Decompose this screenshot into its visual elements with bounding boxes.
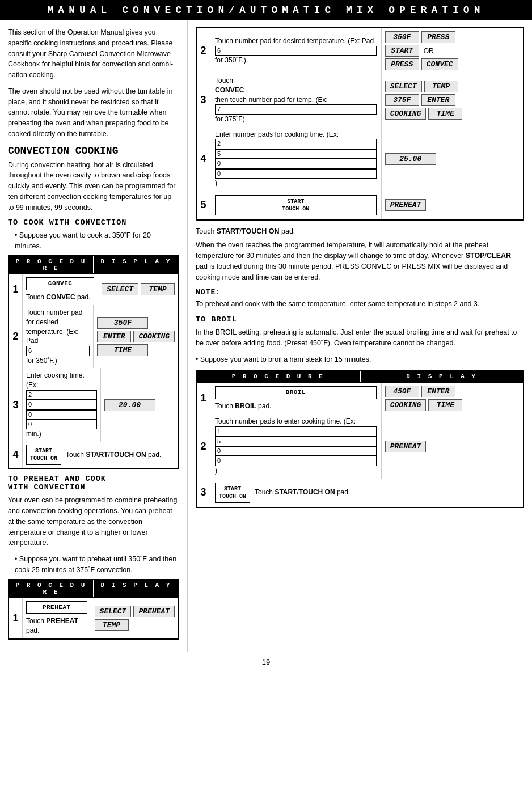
- 2000-display: 20.00: [104, 399, 155, 411]
- cooking-display: COOKING: [385, 108, 427, 120]
- step-number: 4: [197, 127, 210, 191]
- convection-cooking-title: CONVECTION COOKING: [8, 145, 179, 156]
- step-display: 20.00: [100, 368, 179, 442]
- step-number: 5: [197, 191, 210, 219]
- step-instruction: Enter number pads for cooking time. (Ex:…: [210, 127, 381, 191]
- preheat-cook-title: TO PREHEAT AND COOKWITH CONVECTION: [8, 475, 179, 492]
- step-number: 3: [197, 479, 210, 507]
- or-text: OR: [421, 46, 436, 56]
- step-number: 1: [197, 383, 210, 414]
- proc-header-procedure: P R O C E D U R E: [197, 371, 360, 382]
- table-row: 2 Touch number pads to enter cooking tim…: [196, 414, 523, 478]
- step-number: 3: [197, 73, 210, 127]
- convec-pad-button[interactable]: CONVEC: [26, 277, 94, 290]
- 350f-display: 350F: [385, 31, 419, 43]
- table-row: 1 CONVEC Touch CONVEC pad. SELECT TEMP: [9, 274, 179, 305]
- preheat-display: PREHEAT: [133, 606, 175, 617]
- proc-header-display: D I S P L A Y: [93, 580, 178, 597]
- broil-pad-button[interactable]: BROIL: [215, 386, 377, 399]
- left-column: This section of the Operation Manual giv…: [0, 20, 187, 652]
- proc-header-procedure: P R O C E D U R E: [9, 256, 93, 273]
- step-display: 350F ENTER COOKING TIME: [93, 305, 178, 368]
- step-number: 2: [197, 28, 210, 73]
- press2-display: PRESS: [385, 58, 419, 70]
- proc-header-procedure: P R O C E D U R E: [9, 580, 93, 597]
- 350f-display: 350F: [97, 317, 148, 329]
- preheat-para: Your oven can be programmed to combine p…: [8, 495, 179, 548]
- cooking-display: COOKING: [385, 399, 427, 411]
- temp-display: TEMP: [424, 81, 458, 92]
- table-row: 3 Enter cooking time.(Ex: 2000 min.) 20.…: [9, 368, 179, 442]
- start-touch-on-button[interactable]: STARTTOUCH ON: [26, 445, 61, 465]
- step-instruction: Touch number pad for desired temperature…: [210, 28, 381, 73]
- table-row: 1 PREHEAT Touch PREHEAT pad. SELECT PREH…: [9, 598, 179, 639]
- step-number: 3: [9, 368, 23, 442]
- cook-bullet: Suppose you want to cook at 350˚F for 20…: [8, 230, 179, 252]
- step-display: SELECT TEMP: [98, 274, 178, 305]
- step-instruction: Touch number pads to enter cooking time.…: [210, 414, 381, 478]
- table-row: 3 Touch CONVEC then touch number pad for…: [196, 73, 523, 127]
- step-number: 2: [197, 414, 210, 478]
- step-number: 1: [9, 598, 23, 638]
- broil-para: In the BROIL setting, preheating is auto…: [196, 327, 524, 349]
- select-display: SELECT: [385, 81, 422, 92]
- header-title: MANUAL CONVECTION/AUTOMATIC MIX OPERATIO…: [48, 5, 485, 16]
- step-instruction: Touch CONVEC then touch number pad for t…: [210, 73, 381, 127]
- step-number: 2: [9, 305, 23, 368]
- preheat-bullet: Suppose you want to preheat until 350˚F …: [8, 554, 179, 576]
- note-text: To preheat and cook with the same temper…: [196, 299, 524, 310]
- enter-display: ENTER: [421, 94, 455, 106]
- convection-para: During convection heating, hot air is ci…: [8, 160, 179, 213]
- step-instruction: Touch number pad for desired temperature…: [23, 305, 93, 368]
- preheat-procedure-table: P R O C E D U R E D I S P L A Y 1 PREHEA…: [8, 579, 179, 640]
- broil-procedure-table: P R O C E D U R E D I S P L A Y 1 BROIL …: [196, 370, 524, 507]
- start-touch-on-button[interactable]: STARTTOUCH ON: [215, 483, 250, 503]
- preheat-display: PREHEAT: [385, 441, 427, 452]
- preheat-explanation: When the oven reaches the programmed tem…: [196, 240, 524, 282]
- 375f-display: 375F: [385, 94, 419, 106]
- preheat-display: PREHEAT: [385, 199, 427, 211]
- enter-display: ENTER: [421, 386, 455, 397]
- table-row: 1 BROIL Touch BROIL pad. 450F ENTER COOK: [196, 383, 523, 414]
- step-display: 450F ENTER COOKING TIME: [381, 383, 523, 414]
- step-display: PREHEAT: [381, 191, 523, 219]
- intro-para-2: The oven should not be used without the …: [8, 86, 179, 139]
- page-number: 19: [0, 652, 532, 672]
- preheat-pad-button[interactable]: PREHEAT: [26, 601, 87, 614]
- step-instruction: STARTTOUCH ON: [210, 191, 381, 219]
- right-column: 2 Touch number pad for desired temperatu…: [187, 20, 532, 652]
- broil-title: TO BROIL: [196, 315, 524, 324]
- table-row: 5 STARTTOUCH ON PREHEAT: [196, 191, 523, 220]
- intro-para-1: This section of the Operation Manual giv…: [8, 27, 179, 81]
- time-display: TIME: [428, 399, 462, 411]
- step-instruction: Enter cooking time.(Ex: 2000 min.): [23, 368, 100, 442]
- select-display: SELECT: [95, 606, 132, 617]
- step-instruction: STARTTOUCH ON Touch START/TOUCH ON pad.: [210, 479, 523, 507]
- proc-header-display: D I S P L A Y: [93, 256, 178, 273]
- 2500-display: 25.00: [385, 153, 436, 165]
- start-touch-note: Touch START/TOUCH ON pad.: [196, 226, 524, 237]
- step-display: PREHEAT: [381, 414, 523, 478]
- step-number: 1: [9, 274, 23, 305]
- start-touch-on-button[interactable]: STARTTOUCH ON: [215, 195, 377, 215]
- note-title: NOTE:: [196, 288, 524, 297]
- time-display: TIME: [97, 344, 148, 356]
- cook-with-convection-title: TO COOK WITH CONVECTION: [8, 218, 179, 227]
- step-number: 4: [9, 442, 23, 468]
- table-row: 4 Enter number pads for cooking time. (E…: [196, 127, 523, 191]
- step-instruction: CONVEC Touch CONVEC pad.: [23, 274, 98, 305]
- temp-display: TEMP: [141, 283, 175, 295]
- step-instruction: BROIL Touch BROIL pad.: [210, 383, 381, 414]
- table-row: 3 STARTTOUCH ON Touch START/TOUCH ON pad…: [196, 479, 523, 507]
- cooking-display: COOKING: [133, 331, 175, 342]
- 450f-display: 450F: [385, 386, 419, 397]
- page-header: MANUAL CONVECTION/AUTOMATIC MIX OPERATIO…: [0, 0, 532, 20]
- convection-procedure-table: P R O C E D U R E D I S P L A Y 1 CONVEC…: [8, 255, 179, 469]
- step-instruction: STARTTOUCH ON Touch START/TOUCH ON pad.: [23, 442, 178, 468]
- step-display: 350F PRESS START OR PRESS CONVEC: [381, 28, 523, 73]
- start-display: START: [385, 45, 419, 57]
- table-row: 4 STARTTOUCH ON Touch START/TOUCH ON pad…: [9, 442, 179, 468]
- time-display: TIME: [428, 108, 462, 120]
- proc-header-display: D I S P L A Y: [360, 371, 523, 382]
- broil-bullet: • Suppose you want to broil a ham steak …: [196, 354, 524, 365]
